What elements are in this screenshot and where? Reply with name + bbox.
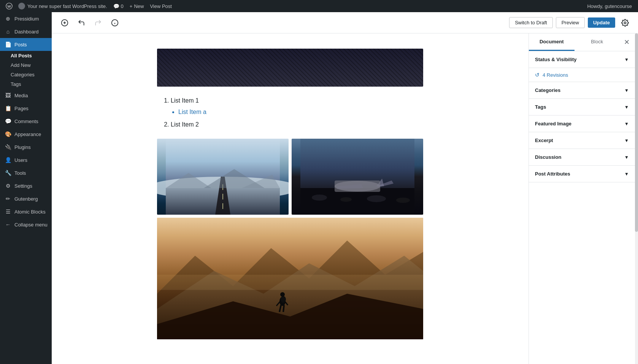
tab-block-label: Block: [591, 39, 603, 44]
status-visibility-header[interactable]: Status & Visibility ▼: [529, 51, 635, 68]
editor-toolbar: Switch to Draft Preview Update: [52, 12, 638, 33]
status-visibility-chevron: ▼: [624, 57, 629, 62]
undo-button[interactable]: [75, 16, 88, 30]
admin-bar-comments[interactable]: 💬 0: [110, 3, 127, 9]
sidebar-item-users-label: Users: [14, 157, 27, 163]
sidebar-item-settings-label: Settings: [14, 183, 32, 189]
close-panel-button[interactable]: ✕: [620, 35, 633, 49]
sidebar-item-pressidium[interactable]: ⊕ Pressidium: [0, 12, 52, 25]
panel-section-discussion: Discussion ▼: [529, 149, 635, 166]
editor-content[interactable]: List Item 1 List Item a List Item 2: [52, 33, 528, 364]
sidebar-item-media[interactable]: 🖼 Media: [0, 89, 52, 102]
sidebar-item-collapse[interactable]: ← Collapse menu: [0, 218, 52, 231]
discussion-chevron: ▼: [624, 155, 629, 160]
svg-point-25: [335, 181, 380, 191]
sidebar-item-tags[interactable]: Tags: [0, 79, 52, 89]
sidebar-item-posts[interactable]: 📄 Posts: [0, 38, 52, 51]
preview-label: Preview: [562, 20, 579, 25]
gallery-image-mountain[interactable]: [157, 218, 423, 339]
gallery-image-road[interactable]: [157, 139, 289, 215]
list-item-1: List Item 1 List Item a: [171, 96, 423, 117]
preview-button[interactable]: Preview: [556, 17, 585, 28]
panel-section-categories: Categories ▼: [529, 82, 635, 99]
header-image-block[interactable]: [157, 49, 423, 87]
revisions-label: 4 Revisions: [543, 72, 568, 78]
excerpt-header[interactable]: Excerpt ▼: [529, 132, 635, 149]
tab-block[interactable]: Block: [575, 33, 620, 51]
wp-logo[interactable]: W: [3, 0, 15, 12]
add-block-button[interactable]: [58, 16, 71, 30]
discussion-label: Discussion: [535, 154, 561, 160]
sidebar-item-atomic-blocks[interactable]: ☰ Atomic Blocks: [0, 205, 52, 218]
sidebar-item-all-posts[interactable]: All Posts: [0, 51, 52, 60]
excerpt-chevron: ▼: [624, 138, 629, 143]
greeting-label: Howdy, gutencourse: [587, 3, 632, 9]
sidebar-item-users[interactable]: 👤 Users: [0, 154, 52, 166]
comment-icon: 💬: [113, 3, 119, 9]
sidebar-item-pressidium-label: Pressidium: [14, 16, 39, 22]
all-posts-label: All Posts: [11, 53, 32, 59]
switch-to-draft-button[interactable]: Switch to Draft: [509, 17, 553, 28]
sidebar-item-plugins[interactable]: 🔌 Plugins: [0, 141, 52, 154]
svg-point-8: [624, 22, 626, 24]
admin-bar-new[interactable]: + New: [127, 3, 147, 9]
header-image-inner: [157, 49, 423, 87]
posts-icon: 📄: [5, 41, 11, 48]
sidebar-item-settings[interactable]: ⚙ Settings: [0, 179, 52, 192]
editor-content-inner: List Item 1 List Item a List Item 2: [157, 49, 423, 339]
view-post-label: View Post: [150, 3, 172, 9]
gallery-row-1: [157, 139, 423, 215]
svg-line-37: [283, 305, 284, 312]
revisions-item[interactable]: ↺ 4 Revisions: [529, 68, 635, 82]
categories-header[interactable]: Categories ▼: [529, 82, 635, 98]
media-icon: 🖼: [5, 92, 11, 99]
admin-bar-view-post[interactable]: View Post: [147, 3, 175, 9]
sidebar-item-pages-label: Pages: [14, 106, 29, 111]
gallery-image-plane[interactable]: [292, 139, 423, 215]
dashboard-icon: ⌂: [5, 28, 11, 35]
comment-count: 0: [121, 3, 124, 9]
list-item-1-text: List Item 1: [171, 97, 199, 104]
users-icon: 👤: [5, 157, 11, 163]
editor-area: Switch to Draft Preview Update: [52, 12, 638, 364]
svg-point-35: [280, 292, 285, 297]
new-label: New: [134, 3, 144, 9]
tags-label: Tags: [535, 104, 546, 110]
sidebar-item-appearance-label: Appearance: [14, 131, 41, 137]
sidebar-item-categories[interactable]: Categories: [0, 70, 52, 79]
sidebar-item-pages[interactable]: 📋 Pages: [0, 102, 52, 115]
sidebar-item-tools[interactable]: 🔧 Tools: [0, 166, 52, 179]
update-button[interactable]: Update: [588, 17, 615, 28]
list-block[interactable]: List Item 1 List Item a List Item 2: [157, 96, 423, 130]
list-item-2: List Item 2: [171, 120, 423, 130]
appearance-icon: 🎨: [5, 131, 11, 138]
content-area: List Item 1 List Item a List Item 2: [52, 33, 638, 364]
sidebar-item-gutenberg[interactable]: ✏ Gutenberg: [0, 192, 52, 205]
sidebar-item-posts-label: Posts: [14, 42, 27, 47]
svg-point-24: [396, 198, 410, 203]
svg-rect-40: [157, 275, 423, 290]
tags-header[interactable]: Tags ▼: [529, 99, 635, 115]
info-button[interactable]: [108, 16, 122, 30]
post-attributes-chevron: ▼: [624, 171, 629, 177]
sidebar-item-appearance[interactable]: 🎨 Appearance: [0, 128, 52, 141]
right-scrollbar[interactable]: [635, 33, 638, 364]
settings-panel-button[interactable]: [618, 16, 632, 30]
sidebar-item-dashboard[interactable]: ⌂ Dashboard: [0, 25, 52, 38]
sidebar-item-comments[interactable]: 💬 Comments: [0, 115, 52, 128]
featured-image-header[interactable]: Featured Image ▼: [529, 116, 635, 132]
sidebar-item-dashboard-label: Dashboard: [14, 29, 39, 35]
atomic-blocks-icon: ☰: [5, 208, 11, 215]
site-icon: [18, 3, 25, 9]
discussion-header[interactable]: Discussion ▼: [529, 149, 635, 165]
admin-bar: W Your new super fast WordPress site. 💬 …: [0, 0, 638, 12]
tab-document[interactable]: Document: [529, 33, 575, 51]
plus-icon: +: [130, 3, 133, 9]
svg-point-21: [312, 195, 327, 201]
redo-button[interactable]: [91, 16, 105, 30]
svg-text:W: W: [7, 4, 11, 8]
post-attributes-header[interactable]: Post Attributes ▼: [529, 166, 635, 182]
admin-bar-site[interactable]: Your new super fast WordPress site.: [15, 3, 110, 9]
sidebar-item-collapse-label: Collapse menu: [14, 222, 48, 228]
sidebar-item-add-new[interactable]: Add New: [0, 60, 52, 70]
